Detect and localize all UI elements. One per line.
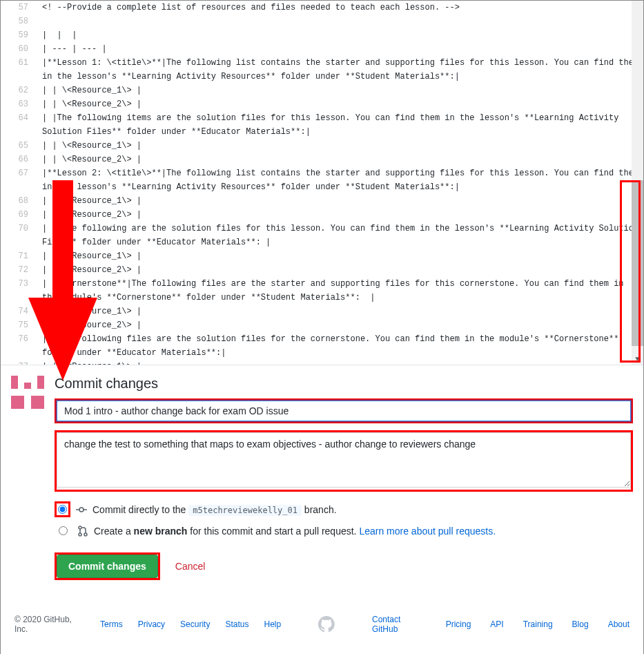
footer-copyright: © 2020 GitHub, Inc. <box>14 615 85 634</box>
footer-link-status[interactable]: Status <box>225 619 248 629</box>
avatar <box>11 376 44 409</box>
line-number: 75 <box>1 318 28 332</box>
svg-point-5 <box>79 533 81 536</box>
svg-point-4 <box>79 526 81 529</box>
commit-target-options: Commit directly to the m5techreviewekell… <box>55 499 633 541</box>
commit-description-input[interactable]: change the test to something that maps t… <box>57 432 631 488</box>
git-pull-request-icon <box>77 526 88 537</box>
line-number: 59 <box>1 28 28 42</box>
line-number: 62 <box>1 84 28 97</box>
code-line: | | \<Resource_2\> | <box>42 208 643 222</box>
footer-link-help[interactable]: Help <box>264 619 282 629</box>
footer-link-training[interactable]: Training <box>523 619 553 629</box>
footer-link-contact[interactable]: Contact GitHub <box>372 615 427 634</box>
code-content[interactable]: <! --Provide a complete list of resource… <box>35 1 643 365</box>
code-line: | | \<Resource_2\> | <box>42 318 643 332</box>
code-line: | | \<Resource_2\> | <box>42 97 643 111</box>
code-line: | | The following are the solution files… <box>42 222 643 249</box>
radio-commit-direct[interactable] <box>58 505 67 514</box>
line-number: 70 <box>1 222 28 235</box>
commit-changes-button[interactable]: Commit changes <box>57 555 158 578</box>
code-line: | **Cornerstone**|The following files ar… <box>42 277 643 305</box>
footer-link-api[interactable]: API <box>490 619 503 629</box>
learn-pr-link[interactable]: Learn more about pull requests. <box>359 526 496 537</box>
code-line: | | \<Resource_1\> | <box>42 194 643 208</box>
radio-branch-label: Create a new branch for this commit and … <box>94 526 496 537</box>
line-number: 63 <box>1 97 28 111</box>
code-line: | | \<Resource_2\> | <box>42 153 643 166</box>
line-number: 74 <box>1 305 28 318</box>
code-line: | |The following items are the solution … <box>42 111 643 139</box>
radio-new-branch-row[interactable]: Create a new branch for this commit and … <box>55 520 633 541</box>
annotation-radio-highlight <box>55 501 70 517</box>
commit-title-input[interactable] <box>57 401 631 421</box>
cancel-button[interactable]: Cancel <box>167 555 214 577</box>
code-line <box>42 15 643 28</box>
code-line: | | \<Resource_1\> | <box>42 360 643 365</box>
line-number-gutter: 5758596061 626364 656667 686970 717273 7… <box>1 1 35 365</box>
line-number: 61 <box>1 56 28 70</box>
line-number: 69 <box>1 208 28 222</box>
scrollbar-down-button[interactable]: ▼ <box>632 353 643 365</box>
line-number: 65 <box>1 139 28 153</box>
annotation-desc-highlight: change the test to something that maps t… <box>55 430 633 492</box>
footer-link-terms[interactable]: Terms <box>100 619 123 629</box>
line-number: 71 <box>1 249 28 263</box>
annotation-commit-button-highlight: Commit changes <box>55 552 160 580</box>
code-line: <! --Provide a complete list of resource… <box>42 1 643 15</box>
line-number: 64 <box>1 111 28 125</box>
code-line: | | \<Resource_1\> | <box>42 84 643 97</box>
line-number: 58 <box>1 15 28 28</box>
radio-new-branch[interactable] <box>59 526 68 535</box>
line-number: 73 <box>1 277 28 291</box>
scrollbar-thumb[interactable] <box>632 180 643 346</box>
code-line: | | \<Resource_2\> | <box>42 263 643 277</box>
code-line: | | \<Resource_1\> | <box>42 305 643 318</box>
code-line: |**Lesson 2: \<title\>**|The following l… <box>42 166 643 194</box>
code-editor: 5758596061 626364 656667 686970 717273 7… <box>1 1 643 365</box>
branch-chip: m5techreviewekelly_01 <box>188 505 302 516</box>
code-line: | | \<Resource_1\> | <box>42 139 643 153</box>
code-line: | --- | --- | <box>42 42 643 56</box>
line-number: 60 <box>1 42 28 56</box>
footer-link-about[interactable]: About <box>608 619 630 629</box>
svg-point-6 <box>84 533 87 536</box>
footer-link-pricing[interactable]: Pricing <box>446 619 471 629</box>
svg-point-1 <box>79 508 84 512</box>
line-number: 72 <box>1 263 28 277</box>
footer-link-blog[interactable]: Blog <box>572 619 589 629</box>
code-line: |**Lesson 1: \<title\>**|The following l… <box>42 56 643 84</box>
line-number: 68 <box>1 194 28 208</box>
code-line: | | \<Resource_1\> | <box>42 249 643 263</box>
footer-link-privacy[interactable]: Privacy <box>138 619 165 629</box>
commit-heading: Commit changes <box>55 376 633 392</box>
line-number: 66 <box>1 153 28 166</box>
github-logo-icon <box>318 616 335 633</box>
footer-link-security[interactable]: Security <box>180 619 210 629</box>
page-footer: © 2020 GitHub, Inc. Terms Privacy Securi… <box>1 594 643 654</box>
line-number: 67 <box>1 166 28 180</box>
annotation-title-highlight <box>55 398 633 423</box>
line-number: 77 <box>1 360 28 365</box>
code-line: | | | <box>42 28 643 42</box>
line-number: 57 <box>1 1 28 15</box>
code-line: | |The following files are the solution … <box>42 332 643 360</box>
radio-commit-direct-row[interactable]: Commit directly to the m5techreviewekell… <box>55 499 633 520</box>
git-commit-icon <box>76 504 87 515</box>
line-number: 76 <box>1 332 28 346</box>
commit-panel: Commit changes change the test to someth… <box>1 365 643 594</box>
radio-direct-label: Commit directly to the m5techreviewekell… <box>92 504 337 515</box>
